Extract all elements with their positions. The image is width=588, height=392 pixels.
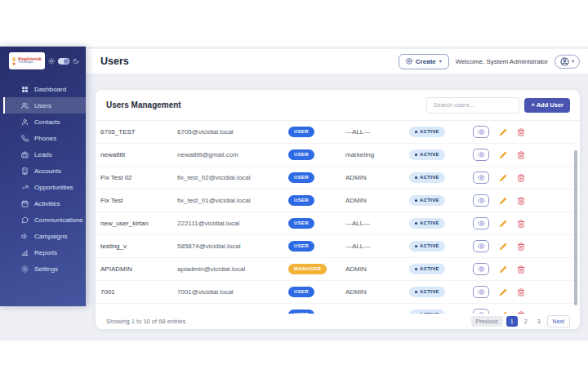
sidebar-item-phones[interactable]: Phones xyxy=(3,130,86,146)
edit-button[interactable] xyxy=(499,243,507,251)
page-title: Users xyxy=(100,56,129,67)
role-badge: USER xyxy=(288,310,314,314)
view-button[interactable] xyxy=(473,240,489,252)
sidebar-item-label: Users xyxy=(34,102,51,109)
pencil-icon xyxy=(499,151,507,159)
table-row[interactable]: Fix Test 02fix_test_02@vicidial.localUSE… xyxy=(96,167,580,189)
status-dot-icon xyxy=(415,245,417,247)
status-dot-icon xyxy=(415,176,417,179)
username-cell: Fix Test xyxy=(100,197,177,204)
eye-icon xyxy=(478,151,485,158)
sidebar: ♛ ✱ KingAsterisk Technologies DashboardU… xyxy=(0,47,86,306)
sidebar-item-reports[interactable]: Reports xyxy=(3,244,86,261)
view-button[interactable] xyxy=(473,286,489,298)
sidebar-item-campaigns[interactable]: Campaigns xyxy=(3,228,86,244)
edit-button[interactable] xyxy=(499,288,507,296)
email-cell: fix_test_02@vicidial.local xyxy=(177,174,288,181)
page-button-1[interactable]: 1 xyxy=(506,316,518,327)
sidebar-item-activities[interactable]: Activities xyxy=(3,195,86,212)
edit-button[interactable] xyxy=(499,197,507,205)
add-user-button[interactable]: + Add User xyxy=(524,98,570,113)
user-menu-button[interactable]: ▾ xyxy=(555,55,580,69)
username-cell: new_user_kirtan xyxy=(100,220,177,227)
view-button[interactable] xyxy=(473,172,489,184)
row-actions xyxy=(466,217,580,229)
delete-button[interactable] xyxy=(517,197,525,205)
table-scrollbar[interactable] xyxy=(574,150,577,305)
view-button[interactable] xyxy=(473,149,489,161)
status-dot-icon xyxy=(415,222,417,225)
prev-button[interactable]: Previous xyxy=(471,316,503,327)
sidebar-item-dashboard[interactable]: Dashboard xyxy=(3,81,86,97)
edit-button[interactable] xyxy=(499,128,507,136)
table-row[interactable]: newatttttnewattttt@gmail.comUSERmarketin… xyxy=(96,144,580,167)
username-cell: APIADMIN xyxy=(100,265,177,273)
table-row[interactable]: new_user_kirtan222111@vicidial.localUSER… xyxy=(96,212,580,235)
delete-button[interactable] xyxy=(517,220,525,228)
edit-button[interactable] xyxy=(499,151,507,159)
sidebar-item-label: Communications xyxy=(34,216,83,224)
sidebar-item-settings[interactable]: Settings xyxy=(3,261,86,277)
delete-button[interactable] xyxy=(517,151,525,159)
edit-button[interactable] xyxy=(499,265,507,274)
page-button-3[interactable]: 3 xyxy=(534,316,544,327)
status-cell: ACTIVE xyxy=(409,287,466,296)
next-button[interactable]: Next xyxy=(547,315,570,327)
briefcase-icon xyxy=(21,151,29,158)
theme-toggle[interactable] xyxy=(58,58,69,65)
logo-marks: ♛ ✱ xyxy=(11,56,16,66)
edit-button[interactable] xyxy=(499,220,507,228)
role-cell: USER xyxy=(288,149,345,159)
pencil-icon xyxy=(499,128,507,136)
pencil-icon xyxy=(499,220,507,228)
table-row-partial[interactable]: USERACTIVE xyxy=(96,304,580,314)
view-button[interactable] xyxy=(473,217,489,229)
brand-logo[interactable]: ♛ ✱ KingAsterisk Technologies xyxy=(9,52,45,69)
edit-button[interactable] xyxy=(499,174,507,182)
megaphone-icon xyxy=(21,233,29,240)
pencil-icon xyxy=(499,311,507,314)
view-button[interactable] xyxy=(473,194,489,207)
table-row[interactable]: testing_v585874@vicidial.localUSER---ALL… xyxy=(96,235,580,258)
sidebar-item-communications[interactable]: Communications xyxy=(3,212,86,228)
pencil-icon xyxy=(499,174,507,182)
delete-button[interactable] xyxy=(517,288,525,296)
sidebar-item-accounts[interactable]: Accounts xyxy=(3,163,86,179)
eye-icon xyxy=(478,197,485,204)
table-row[interactable]: Fix Testfix_test_01@vicidial.localUSERAD… xyxy=(96,189,580,212)
gear-icon[interactable] xyxy=(48,58,55,65)
group-cell: ADMIN xyxy=(345,288,409,296)
role-cell: USER xyxy=(288,241,345,251)
group-cell: ADMIN xyxy=(345,197,409,204)
delete-button[interactable] xyxy=(517,243,525,251)
pencil-icon xyxy=(499,243,507,251)
delete-button[interactable] xyxy=(517,265,525,274)
create-button[interactable]: Create ▾ xyxy=(399,54,449,69)
username-cell: Fix Test 02 xyxy=(100,174,177,181)
trash-icon xyxy=(517,288,525,296)
row-actions xyxy=(466,263,580,275)
view-button[interactable] xyxy=(473,263,489,275)
sidebar-item-leads[interactable]: Leads xyxy=(3,146,86,163)
eye-icon xyxy=(478,311,485,314)
sidebar-item-contacts[interactable]: Contacts xyxy=(3,114,86,130)
status-badge: ACTIVE xyxy=(409,172,445,182)
sidebar-item-opportunities[interactable]: Opportunities xyxy=(3,179,86,195)
moon-icon[interactable] xyxy=(73,58,79,65)
view-button[interactable] xyxy=(473,309,489,314)
brand-subtitle: Technologies xyxy=(18,61,41,65)
delete-button[interactable] xyxy=(517,128,525,136)
brand-texts: KingAsterisk Technologies xyxy=(18,57,41,65)
view-button[interactable] xyxy=(473,126,489,138)
table-row[interactable]: APIADMINapiadmin@vicidial.localMANAGERAD… xyxy=(96,258,580,281)
role-cell: USER xyxy=(288,172,345,182)
edit-button[interactable] xyxy=(499,311,507,314)
table-row[interactable]: 70017001@vicidial.localUSERADMINACTIVE xyxy=(96,281,580,304)
delete-button[interactable] xyxy=(517,174,525,182)
sidebar-item-users[interactable]: Users xyxy=(3,97,86,114)
page-button-2[interactable]: 2 xyxy=(521,316,531,327)
email-cell: fix_test_01@vicidial.local xyxy=(177,197,288,204)
table-row[interactable]: 6705_TEST6705@vicidial.localUSER---ALL--… xyxy=(96,121,580,144)
delete-button[interactable] xyxy=(517,311,525,314)
search-input[interactable] xyxy=(426,97,519,114)
